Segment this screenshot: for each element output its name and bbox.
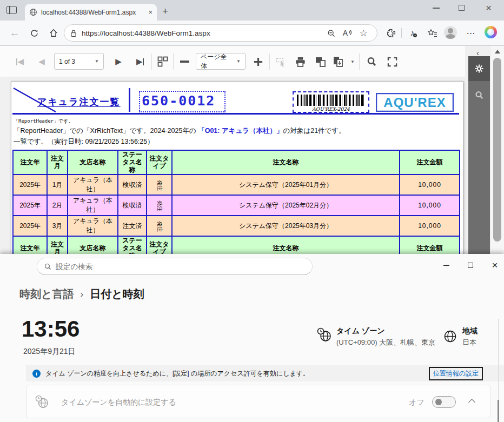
parameters-tab[interactable] <box>468 56 490 81</box>
header-divider <box>129 88 130 112</box>
home-icon[interactable] <box>45 25 62 41</box>
cell-month: 1月 <box>47 175 68 195</box>
auto-timezone-toggle[interactable] <box>432 396 456 408</box>
window-minimize-button[interactable] <box>433 8 440 9</box>
order-type-vertical: 発注 <box>157 180 162 191</box>
read-aloud-icon[interactable]: A <box>339 25 355 41</box>
table-row: 2025年 1月 アキュラ（本社） 検収済 発注 システム保守（2025年01月… <box>13 175 460 195</box>
cell-year: 2025年 <box>13 175 47 195</box>
first-page-icon[interactable]: ◀ <box>12 53 28 70</box>
zoom-mode-select[interactable]: ページ全体▼ <box>196 53 246 70</box>
extensions-icon[interactable] <box>383 25 399 41</box>
zoom-out-icon[interactable] <box>323 25 339 41</box>
new-tab-button[interactable]: + <box>162 6 168 16</box>
cell-name: システム保守（2025年02月分） <box>172 195 400 216</box>
settings-scrollbar-thumb[interactable] <box>498 400 499 422</box>
export-icon[interactable]: ▼ <box>332 53 355 70</box>
settings-search-input[interactable] <box>56 263 306 271</box>
settings-close-button[interactable]: × <box>487 259 503 271</box>
region-globe-icon <box>443 330 457 343</box>
zoom-in-button[interactable] <box>250 53 266 70</box>
logo-text: AQU'REX <box>383 95 446 110</box>
chevron-up-icon[interactable] <box>468 399 475 406</box>
print-page-icon[interactable] <box>313 53 329 70</box>
cell-month: 2月 <box>47 195 68 216</box>
clock-display: 13:56 <box>22 318 79 340</box>
timezone-infobar: i タイム ゾーンの精度を向上させるために、[設定] の場所のアクセス許可を有効… <box>26 365 504 381</box>
browser-tab[interactable]: localhost:44388/WebForm1.aspx × <box>25 4 157 21</box>
previous-page-icon[interactable]: ◀ <box>34 53 50 70</box>
cell-status: 注文済 <box>118 216 147 236</box>
next-page-icon[interactable]: ▶ <box>110 53 127 70</box>
last-page-icon[interactable]: ▶ <box>132 53 148 70</box>
col-header: 注文月 <box>47 150 68 175</box>
barcode: AQU'REX-2024 <box>293 91 369 113</box>
scrollbar-thumb[interactable] <box>493 58 501 242</box>
table-header-row: 注文年 注文月 支店名称 ステータス名称 注文タイプ 注文名称 注文金額 <box>13 150 460 175</box>
tab-close-icon[interactable]: × <box>148 9 152 16</box>
report-viewer: ◀ ◀ 1 of 3▼ ▶ ▶ ページ全体▼ <box>0 46 504 254</box>
copilot-icon[interactable] <box>485 26 497 38</box>
header-rule <box>12 113 459 115</box>
cell-type: 発注 <box>147 216 172 236</box>
page-indicator-value: 1 of 3 <box>59 58 75 65</box>
cell-type: 発注 <box>147 195 172 216</box>
info-icon: i <box>32 370 41 378</box>
infobar-text: タイム ゾーンの精度を向上させるために、[設定] の場所のアクセス許可を有効にし… <box>45 369 309 378</box>
refresh-icon[interactable] <box>26 25 42 41</box>
search-document-icon[interactable] <box>363 53 380 70</box>
browser-toolbar: ← https://localhost:44388/WebForm1.aspx … <box>0 21 504 45</box>
gear-icon <box>474 63 485 74</box>
cell-branch: アキュラ（本社） <box>68 175 118 195</box>
order-type-vertical: 発注 <box>157 221 162 232</box>
location-settings-link[interactable]: 位置情報の設定 <box>429 367 483 380</box>
print-icon[interactable] <box>292 53 308 70</box>
auto-timezone-card[interactable]: タイムゾーンを自動的に設定する オフ <box>26 385 491 418</box>
search-icon <box>474 90 484 100</box>
address-bar[interactable]: https://localhost:44388/WebForm1.aspx A … <box>64 24 377 42</box>
settings-search-box[interactable] <box>37 258 313 275</box>
report-title: アキュラ注文一覧 <box>37 96 121 108</box>
highlight-editing-icon[interactable] <box>273 53 289 70</box>
cell-status: 検収済 <box>118 195 147 216</box>
cell-status: 検収済 <box>118 175 147 195</box>
col-header: 支店名称 <box>68 150 118 175</box>
toggle-state-label: オフ <box>409 398 425 407</box>
fullscreen-icon[interactable] <box>384 53 400 70</box>
tab-workspaces-icon[interactable] <box>6 6 17 14</box>
cell-branch: アキュラ（本社） <box>68 216 118 236</box>
postal-code-box: 650-0012 <box>139 91 226 112</box>
globe-favicon-icon <box>29 8 37 16</box>
scroll-up-icon[interactable] <box>495 50 500 53</box>
media-icon[interactable]: ♪ <box>406 25 422 41</box>
report-header-note: 「ReportHeader」です。 <box>14 118 73 125</box>
col-header: 注文年 <box>13 150 47 175</box>
settings-maximize-button[interactable] <box>462 259 479 271</box>
multipage-view-icon[interactable] <box>155 53 171 70</box>
cell-name: システム保守（2025年03月分） <box>172 216 400 236</box>
rich-text-suffix: の対象は21件です。 <box>283 127 346 135</box>
settings-minimize-button[interactable] <box>438 259 454 271</box>
window-maximize-button[interactable] <box>459 5 465 11</box>
order-type-vertical: 発注 <box>157 200 162 211</box>
auto-timezone-label: タイムゾーンを自動的に設定する <box>61 398 176 407</box>
browser-scrollbar[interactable] <box>491 46 504 254</box>
profile-avatar[interactable] <box>444 26 457 39</box>
cell-year: 2025年 <box>13 195 47 216</box>
search-tab[interactable] <box>468 84 490 106</box>
browser-menu-icon[interactable]: ⋯ <box>463 25 479 41</box>
back-icon[interactable]: ← <box>6 25 23 41</box>
url-text: https://localhost:44388/WebForm1.aspx <box>82 29 323 37</box>
timezone-value: (UTC+09:00) 大阪、札幌、東京 <box>336 338 435 347</box>
page-indicator-select[interactable]: 1 of 3▼ <box>54 53 104 70</box>
window-close-button[interactable]: × <box>486 3 492 13</box>
breadcrumb-parent[interactable]: 時刻と言語 <box>19 287 74 302</box>
barcode-bars <box>297 95 365 106</box>
col-header: 注文金額 <box>400 150 460 175</box>
zoom-mode-value: ページ全体 <box>201 52 231 71</box>
zoom-out-button[interactable] <box>176 53 193 70</box>
favorite-star-icon[interactable]: ☆ <box>355 25 372 41</box>
settings-window: × 時刻と言語 › 日付と時刻 13:56 2025年9月21日 タイム ゾーン… <box>0 254 504 422</box>
favorites-bar-icon[interactable] <box>424 25 440 41</box>
exec-time-line: 一覧です。（実行日時: 09/21/2025 13:56:25） <box>14 137 154 146</box>
